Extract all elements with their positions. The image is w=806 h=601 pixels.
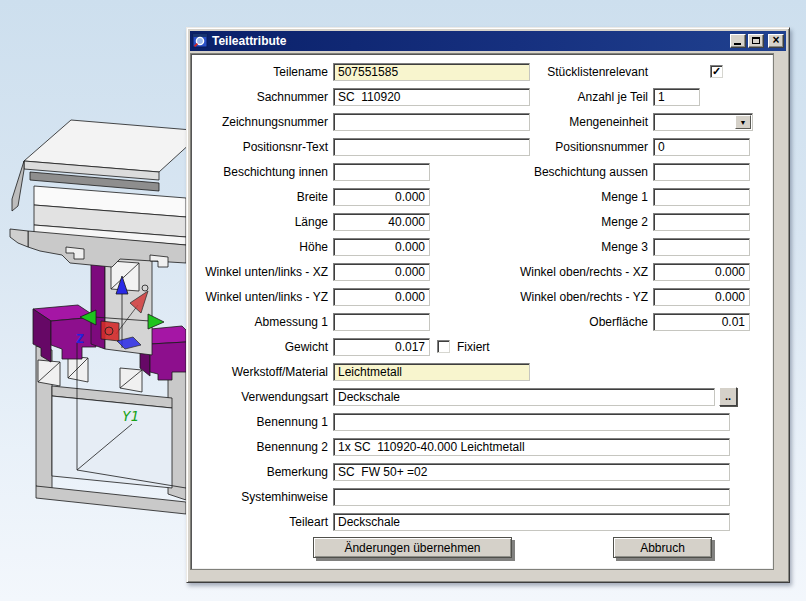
input-benennung-1[interactable] — [333, 413, 730, 431]
label-beschichtung-innen: Beschichtung innen — [196, 163, 328, 181]
label-gewicht: Gewicht — [196, 338, 328, 356]
input-menge-3[interactable] — [653, 238, 750, 256]
label-benennung-2: Benennung 2 — [196, 438, 328, 456]
input-abmessung-1[interactable] — [333, 313, 430, 331]
input-teileart[interactable]: Deckschale — [333, 513, 730, 531]
cad-3d-view: Y1 Z — [0, 0, 200, 601]
input-lange[interactable]: 40.000 — [333, 213, 430, 231]
label-zeichnungsnummer: Zeichnungsnummer — [196, 113, 328, 131]
label-positionsnummer: Positionsnummer — [516, 138, 648, 156]
input-winkel-unten-links-yz[interactable]: 0.000 — [333, 288, 430, 306]
input-positionsnr-text[interactable] — [333, 138, 530, 156]
window-controls: × — [728, 34, 784, 48]
label-winkel-unten-links-yz: Winkel unten/links - YZ — [196, 288, 328, 306]
label-anzahl-je-teil: Anzahl je Teil — [516, 88, 648, 106]
purple-part-left — [33, 305, 96, 362]
dialog-title: Teileattribute — [212, 34, 728, 48]
axis-label-z: Z — [76, 331, 84, 346]
label-winkel-oben-rechts-xz: Winkel oben/rechts - XZ — [516, 263, 648, 281]
input-winkel-unten-links-xz[interactable]: 0.000 — [333, 263, 430, 281]
label-hohe: Höhe — [196, 238, 328, 256]
input-positionsnummer[interactable]: 0 — [653, 138, 750, 156]
apply-button[interactable]: Änderungen übernehmen — [313, 537, 512, 558]
input-benennung-2[interactable]: 1x SC 110920-40.000 Leichtmetall — [333, 438, 730, 456]
input-gewicht[interactable]: 0.017 — [333, 338, 430, 356]
label-positionsnr-text: Positionsnr-Text — [196, 138, 328, 156]
minimize-icon — [734, 43, 741, 45]
input-oberflache[interactable]: 0.01 — [653, 313, 750, 331]
maximize-icon — [752, 37, 760, 44]
checkbox-fixiert[interactable] — [437, 340, 450, 353]
label-abmessung-1: Abmessung 1 — [196, 313, 328, 331]
close-icon: × — [769, 35, 783, 46]
label-teileart: Teileart — [196, 513, 328, 531]
label-sachnummer: Sachnummer — [196, 88, 328, 106]
axis-label-y1: Y1 — [122, 408, 139, 424]
close-button[interactable]: × — [768, 34, 784, 48]
input-winkel-oben-rechts-yz[interactable]: 0.000 — [653, 288, 750, 306]
input-beschichtung-aussen[interactable] — [653, 163, 750, 181]
input-anzahl-je-teil[interactable]: 1 — [653, 88, 700, 106]
dialog-titlebar[interactable]: Teileattribute × — [190, 31, 786, 51]
input-sachnummer[interactable]: SC 110920 — [333, 88, 530, 106]
input-hohe[interactable]: 0.000 — [333, 238, 430, 256]
input-zeichnungsnummer[interactable] — [333, 113, 530, 131]
browse-button[interactable]: .. — [719, 387, 737, 406]
teileattribute-dialog: Teileattribute × Änderungen übernehmen A… — [186, 27, 790, 583]
input-winkel-oben-rechts-xz[interactable]: 0.000 — [653, 263, 750, 281]
application-viewport: Y1 Z Teileattribute — [0, 0, 806, 601]
label-benennung-1: Benennung 1 — [196, 413, 328, 431]
label-verwendungsart: Verwendungsart — [196, 388, 328, 406]
magnifier-window-icon — [192, 33, 208, 49]
label-mengeneinheit: Mengeneinheit — [516, 113, 648, 131]
cancel-button[interactable]: Abbruch — [613, 537, 712, 558]
input-bemerkung[interactable]: SC FW 50+ =02 — [333, 463, 730, 481]
label-fixiert: Fixiert — [457, 338, 517, 356]
label-werkstoff-material: Werkstoff/Material — [196, 363, 328, 381]
input-beschichtung-innen[interactable] — [333, 163, 430, 181]
checkbox-stucklistenrelevant[interactable]: ✓ — [710, 65, 723, 78]
input-menge-2[interactable] — [653, 213, 750, 231]
minimize-button[interactable] — [730, 34, 746, 48]
label-winkel-unten-links-xz: Winkel unten/links - XZ — [196, 263, 328, 281]
label-systemhinweise: Systemhinweise — [196, 488, 328, 506]
label-menge-2: Menge 2 — [516, 213, 648, 231]
label-beschichtung-aussen: Beschichtung aussen — [516, 163, 648, 181]
label-oberflache: Oberfläche — [516, 313, 648, 331]
input-breite[interactable]: 0.000 — [333, 188, 430, 206]
chevron-down-icon[interactable]: ▼ — [735, 115, 751, 129]
label-teilename: Teilename — [196, 63, 328, 81]
label-bemerkung: Bemerkung — [196, 463, 328, 481]
select-mengeneinheit[interactable]: ▼ — [653, 113, 753, 131]
dialog-client: Änderungen übernehmen Abbruch Teilename5… — [190, 53, 774, 570]
input-verwendungsart[interactable]: Deckschale — [333, 388, 715, 406]
label-breite: Breite — [196, 188, 328, 206]
input-teilename[interactable]: 507551585 — [333, 63, 530, 81]
input-werkstoff-material[interactable]: Leichtmetall — [333, 363, 530, 381]
label-lange: Länge — [196, 213, 328, 231]
label-menge-3: Menge 3 — [516, 238, 648, 256]
label-menge-1: Menge 1 — [516, 188, 648, 206]
maximize-button[interactable] — [748, 34, 764, 48]
input-systemhinweise[interactable] — [333, 488, 730, 506]
label-stucklistenrelevant: Stücklistenrelevant — [516, 63, 648, 81]
label-winkel-oben-rechts-yz: Winkel oben/rechts - YZ — [516, 288, 648, 306]
top-profile — [10, 120, 200, 267]
input-menge-1[interactable] — [653, 188, 750, 206]
